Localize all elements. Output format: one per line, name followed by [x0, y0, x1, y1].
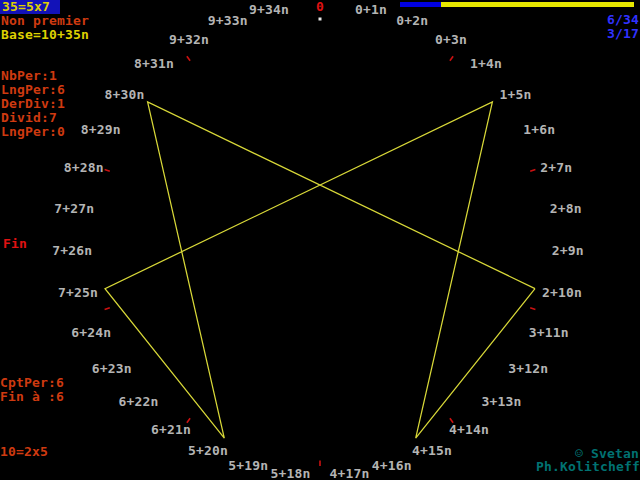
circle-label-2: 0+2n — [396, 13, 428, 28]
circle-label-18: 5+18n — [271, 465, 311, 480]
circle-label-0: 0 — [316, 0, 324, 13]
circle-label-5: 1+5n — [500, 86, 532, 101]
circle-label-30: 8+30n — [104, 86, 144, 101]
circle-label-16: 4+16n — [372, 458, 412, 473]
circle-label-31: 8+31n — [134, 56, 174, 71]
circle-label-27: 7+27n — [54, 201, 94, 216]
circle-label-32: 9+32n — [169, 31, 209, 46]
circle-label-3: 0+3n — [435, 31, 467, 46]
circle-label-23: 6+23n — [92, 361, 132, 376]
circle-label-21: 6+21n — [151, 421, 191, 436]
circle-label-10: 2+10n — [542, 284, 582, 299]
digit-boundary-tick — [105, 308, 110, 310]
circle-label-6: 1+6n — [523, 121, 555, 136]
circle-label-26: 7+26n — [52, 243, 92, 258]
circle-label-28: 8+28n — [64, 160, 104, 175]
circle-label-7: 2+7n — [540, 160, 572, 175]
circle-label-1: 0+1n — [355, 2, 387, 17]
circle-label-29: 8+29n — [81, 121, 121, 136]
digit-boundary-tick — [530, 170, 535, 172]
circle-label-33: 9+33n — [208, 13, 248, 28]
circle-label-14: 4+14n — [449, 421, 489, 436]
circle-label-15: 4+15n — [412, 443, 452, 458]
digit-boundary-tick — [530, 308, 535, 310]
circle-label-24: 6+24n — [71, 324, 111, 339]
circle-label-4: 1+4n — [470, 56, 502, 71]
digit-boundary-tick — [450, 56, 453, 60]
circle-label-17: 4+17n — [330, 465, 370, 480]
circle-label-20: 5+20n — [188, 443, 228, 458]
circle-label-8: 2+8n — [550, 201, 582, 216]
circle-label-13: 3+13n — [482, 394, 522, 409]
circle-label-19: 5+19n — [228, 458, 268, 473]
circle-label-11: 3+11n — [529, 324, 569, 339]
star-polygon-svg — [0, 0, 640, 480]
period-cycle-polyline — [105, 102, 535, 438]
circle-label-12: 3+12n — [508, 361, 548, 376]
origin-dot — [319, 18, 322, 21]
circle-label-22: 6+22n — [119, 394, 159, 409]
digit-boundary-tick — [105, 170, 110, 172]
digit-boundary-tick — [187, 56, 190, 60]
circle-label-25: 7+25n — [58, 284, 98, 299]
circle-label-34: 9+34n — [249, 2, 289, 17]
circle-label-9: 2+9n — [552, 243, 584, 258]
dos-screen: 35=5x7 Non premier Base=10+35n NbPer:1 L… — [0, 0, 640, 480]
